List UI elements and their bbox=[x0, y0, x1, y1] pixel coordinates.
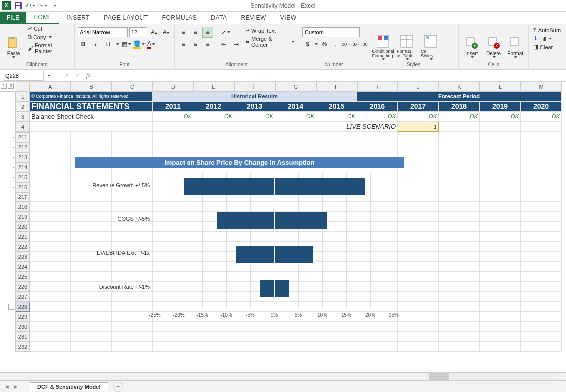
font-color-button[interactable]: A bbox=[146, 39, 157, 50]
row-header[interactable]: 217 bbox=[16, 192, 30, 202]
wrap-text-button[interactable]: ⤶Wrap Text bbox=[244, 27, 296, 34]
increase-indent-icon[interactable]: ⇥ bbox=[231, 39, 242, 50]
cell[interactable] bbox=[357, 332, 398, 342]
cell[interactable] bbox=[398, 292, 439, 302]
cell[interactable] bbox=[234, 142, 275, 152]
fill-button[interactable]: ⬇Fill bbox=[532, 35, 563, 42]
align-right-icon[interactable]: ≡ bbox=[202, 39, 213, 50]
cell[interactable] bbox=[480, 132, 521, 142]
column-header-C[interactable]: C bbox=[112, 82, 153, 92]
cell[interactable]: OK bbox=[153, 112, 193, 122]
number-format-select[interactable] bbox=[302, 27, 360, 37]
cell[interactable] bbox=[398, 202, 439, 212]
cell[interactable]: OK bbox=[480, 112, 521, 122]
column-header-G[interactable]: G bbox=[275, 82, 316, 92]
row-header[interactable]: 225 bbox=[16, 272, 30, 282]
accept-formula-icon[interactable]: ✓ bbox=[72, 70, 83, 81]
column-header-I[interactable]: I bbox=[357, 82, 398, 92]
cell[interactable] bbox=[439, 292, 480, 302]
cell[interactable]: Forecast Period bbox=[357, 92, 562, 102]
cell[interactable] bbox=[71, 342, 112, 352]
cell[interactable] bbox=[480, 322, 521, 332]
tab-home[interactable]: HOME bbox=[26, 12, 59, 24]
clear-button[interactable]: ◨Clear bbox=[532, 43, 563, 51]
cell[interactable] bbox=[30, 252, 71, 262]
row-header[interactable]: 223 bbox=[16, 252, 30, 262]
cell[interactable]: © Corporate Finance Institute. All right… bbox=[30, 92, 153, 102]
row-header[interactable]: 211 bbox=[16, 132, 30, 142]
cell[interactable] bbox=[521, 312, 562, 322]
tab-formulas[interactable]: FORMULAS bbox=[155, 12, 204, 24]
name-box[interactable] bbox=[3, 71, 44, 81]
cell[interactable] bbox=[30, 172, 71, 182]
cell[interactable]: Balance Sheet Check bbox=[30, 112, 153, 122]
align-bottom-icon[interactable]: ≡ bbox=[202, 27, 213, 38]
column-header-K[interactable]: K bbox=[439, 82, 480, 92]
decrease-font-icon[interactable]: A▾ bbox=[161, 27, 171, 38]
comma-format-button[interactable]: , bbox=[331, 39, 341, 50]
increase-font-icon[interactable]: A▴ bbox=[149, 27, 159, 38]
cell[interactable] bbox=[398, 222, 439, 232]
cell[interactable] bbox=[30, 312, 71, 322]
decrease-decimal-button[interactable]: .0→.00 bbox=[355, 39, 366, 50]
bold-button[interactable]: B bbox=[78, 39, 89, 50]
cell[interactable]: 2014 bbox=[275, 102, 316, 112]
cancel-formula-icon[interactable]: ✕ bbox=[61, 70, 72, 81]
cell[interactable] bbox=[112, 142, 153, 152]
decrease-indent-icon[interactable]: ⇤ bbox=[218, 39, 229, 50]
cell[interactable] bbox=[521, 222, 562, 232]
cell[interactable] bbox=[71, 132, 112, 142]
cell[interactable] bbox=[480, 152, 521, 162]
cell[interactable] bbox=[480, 342, 521, 352]
cell[interactable] bbox=[521, 302, 562, 312]
row-header[interactable]: 226 bbox=[16, 282, 30, 292]
cell[interactable] bbox=[480, 302, 521, 312]
cell[interactable] bbox=[439, 202, 480, 212]
tab-review[interactable]: REVIEW bbox=[234, 12, 273, 24]
row-header[interactable]: 2 bbox=[16, 102, 30, 112]
cell[interactable] bbox=[480, 242, 521, 252]
cell[interactable] bbox=[316, 142, 357, 152]
cell[interactable]: 2020 bbox=[521, 102, 562, 112]
cut-button[interactable]: ✂Cut bbox=[26, 25, 71, 32]
select-all-corner[interactable] bbox=[16, 82, 30, 92]
cell[interactable] bbox=[480, 162, 521, 172]
cell[interactable] bbox=[521, 232, 562, 242]
tab-insert[interactable]: INSERT bbox=[59, 12, 97, 24]
row-header[interactable]: 224 bbox=[16, 262, 30, 272]
cell[interactable] bbox=[234, 332, 275, 342]
cell[interactable] bbox=[480, 192, 521, 202]
cell[interactable] bbox=[439, 262, 480, 272]
cell[interactable] bbox=[439, 322, 480, 332]
cell[interactable] bbox=[30, 262, 71, 272]
cell[interactable] bbox=[398, 252, 439, 262]
formula-input[interactable] bbox=[94, 71, 566, 81]
column-header-F[interactable]: F bbox=[234, 82, 275, 92]
cell[interactable] bbox=[275, 332, 316, 342]
cell[interactable] bbox=[521, 342, 562, 352]
cell[interactable] bbox=[30, 142, 71, 152]
cell[interactable]: OK bbox=[316, 112, 357, 122]
cell[interactable]: 2019 bbox=[480, 102, 521, 112]
borders-button[interactable]: ▦ bbox=[121, 39, 132, 50]
cell[interactable] bbox=[398, 142, 439, 152]
cell[interactable]: OK bbox=[357, 112, 398, 122]
tab-file[interactable]: FILE bbox=[0, 12, 26, 24]
row-header[interactable]: 215 bbox=[16, 172, 30, 182]
cell[interactable] bbox=[30, 152, 71, 162]
column-header-D[interactable]: D bbox=[153, 82, 193, 92]
align-middle-icon[interactable]: ≡ bbox=[190, 27, 201, 38]
cell[interactable] bbox=[193, 332, 234, 342]
cell[interactable] bbox=[357, 132, 398, 142]
row-header[interactable]: 214 bbox=[16, 162, 30, 172]
cell[interactable]: 1 bbox=[398, 122, 439, 132]
cell[interactable] bbox=[316, 342, 357, 352]
cell[interactable] bbox=[521, 272, 562, 282]
cell[interactable] bbox=[439, 122, 480, 132]
cell[interactable] bbox=[480, 282, 521, 292]
cell[interactable] bbox=[398, 312, 439, 322]
cell[interactable] bbox=[193, 122, 234, 132]
row-header[interactable]: 218 bbox=[16, 202, 30, 212]
cell[interactable] bbox=[398, 172, 439, 182]
row-header[interactable]: 4 bbox=[16, 122, 30, 132]
